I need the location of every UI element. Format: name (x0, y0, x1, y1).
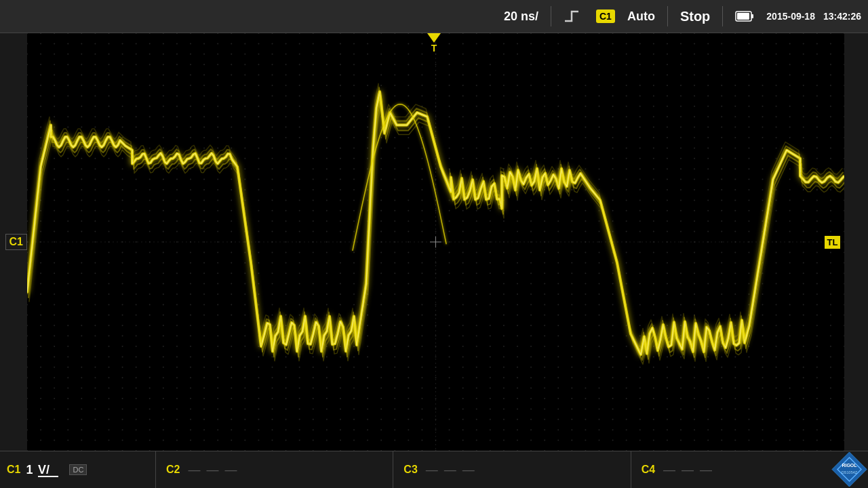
c2-inactive: — — — (188, 463, 238, 477)
stop-button[interactable]: Stop (680, 9, 710, 24)
c1-tab-unit: V/ (38, 460, 64, 479)
trigger-edge-icon (564, 9, 584, 24)
svg-rect-1 (751, 14, 753, 18)
c1-tab-label: C1 (7, 464, 20, 476)
trigger-channel-badge: C1 (596, 9, 615, 23)
topbar: 20 ns/ C1 Auto Stop 2015-09-18 13:42:26 (0, 0, 868, 33)
divider1 (551, 6, 551, 26)
channel1-tab[interactable]: C1 1 V/ DC (0, 451, 156, 488)
timebase-display: 20 ns/ (504, 9, 538, 24)
trigger-marker: T (427, 33, 441, 54)
c4-tab-label: C4 (642, 464, 655, 476)
c4-inactive: — — — (663, 463, 713, 477)
c1-tab-value: 1 (26, 463, 33, 477)
ch1-label: C1 (5, 234, 27, 250)
rigol-logo: RIGOL DS1054Z (831, 451, 868, 488)
battery-icon (735, 9, 754, 23)
scope-display (27, 33, 844, 451)
svg-rect-2 (737, 13, 749, 20)
trigger-mode-display: Auto (627, 9, 655, 24)
time-display: 13:42:26 (823, 10, 861, 22)
trigger-t-label: T (431, 43, 437, 54)
waveform-canvas (27, 33, 844, 451)
channel3-tab[interactable]: C3 — — — (393, 451, 631, 488)
c1-badge: C1 (596, 9, 615, 23)
ch1-left-marker: C1 (0, 33, 27, 451)
trigger-mode-value: Auto (627, 9, 655, 24)
date-display: 2015-09-18 (766, 10, 815, 22)
svg-text:DS1054Z: DS1054Z (842, 470, 858, 474)
tl-marker: TL (821, 33, 844, 451)
c3-tab-label: C3 (403, 464, 417, 476)
bottom-channel-bar: C1 1 V/ DC C2 — — — C3 — — — C4 — — — RI (0, 451, 868, 488)
svg-text:V/: V/ (38, 463, 50, 476)
divider2 (667, 6, 668, 26)
c3-inactive: — — — (426, 463, 476, 477)
datetime-display: 2015-09-18 13:42:26 (766, 10, 861, 22)
divider3 (722, 6, 723, 26)
svg-text:RIGOL: RIGOL (842, 463, 857, 468)
tl-label: TL (825, 236, 841, 249)
trigger-arrow-icon (427, 33, 441, 43)
timebase-value: 20 ns/ (504, 9, 538, 24)
c2-tab-label: C2 (166, 464, 180, 476)
c1-coupling-badge: DC (69, 464, 87, 475)
channel2-tab[interactable]: C2 — — — (156, 451, 393, 488)
